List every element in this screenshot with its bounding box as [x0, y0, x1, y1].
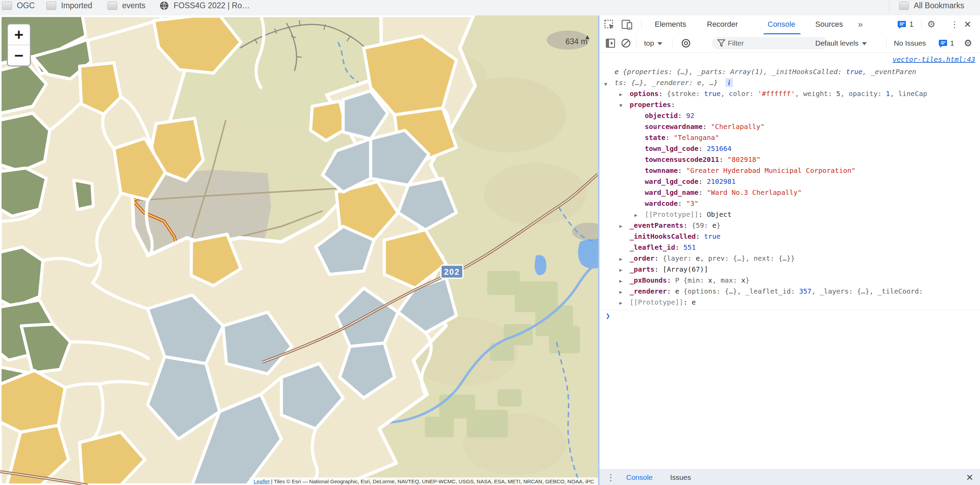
console-settings-gear-icon[interactable]: ⚙ [964, 34, 972, 52]
console-token: wardcode [645, 199, 678, 208]
toolbar-issues-count: 1 [950, 34, 954, 52]
elevation-label: 634 m [565, 37, 587, 46]
console-row: objectid: 92 [600, 110, 980, 121]
console-token: : [675, 243, 683, 251]
console-token: 92 [686, 111, 694, 120]
all-bookmarks-button[interactable]: All Bookmarks [899, 0, 964, 13]
console-token: {properties: {…}, _parts: Array(1), _ini… [623, 68, 846, 76]
console-token: : [667, 276, 675, 285]
drawer-tab-console[interactable]: Console [626, 469, 653, 485]
bookmarks-divider [889, 1, 889, 11]
info-icon[interactable]: i [725, 78, 733, 87]
inspect-element-icon[interactable] [604, 19, 615, 32]
console-token: , prev: {…}, next: {…}} [700, 254, 795, 262]
console-token: {59: [692, 221, 712, 229]
clear-console-icon[interactable] [621, 38, 631, 50]
console-row: _initHooksCalled: true [600, 231, 980, 242]
context-selector[interactable]: top [644, 34, 662, 52]
bookmark-item[interactable]: OGC [2, 0, 35, 13]
console-token: ward_lgd_code [645, 177, 698, 186]
leaflet-link[interactable]: Leaflet [254, 479, 270, 484]
expand-arrow-icon[interactable]: ▶ [619, 221, 622, 232]
console-log-area[interactable]: vector-tiles.html:43 ▼e {properties: {…}… [600, 52, 980, 469]
tab-recorder[interactable]: Recorder [707, 16, 738, 33]
console-token: : [667, 287, 675, 295]
leaflet-map[interactable]: 202 634 m + − Leaflet | Tiles © Esri — N… [0, 16, 598, 485]
console-row: ward_lgd_code: 2102981 [600, 176, 980, 187]
console-token: } [745, 276, 749, 285]
tab-console[interactable]: Console [768, 16, 795, 33]
issues-counter-icon[interactable] [939, 39, 948, 49]
source-location-link[interactable]: vector-tiles.html:43 [892, 55, 975, 64]
console-token: true [846, 68, 862, 76]
console-sidebar-icon[interactable] [606, 38, 616, 50]
settings-gear-icon[interactable]: ⚙ [927, 16, 935, 33]
highway-shield: 202 [441, 265, 463, 278]
console-token: 5 [836, 89, 840, 98]
expand-arrow-icon[interactable]: ▶ [619, 89, 622, 100]
device-toolbar-icon[interactable] [621, 19, 633, 32]
console-token: : [665, 134, 674, 142]
collapse-arrow-icon[interactable]: ▼ [619, 100, 622, 111]
console-row: towncensuscode2011: "802918" [600, 154, 980, 165]
zoom-in-button[interactable]: + [8, 24, 30, 45]
live-expression-eye-icon[interactable] [681, 38, 691, 49]
bookmarks-bar: OGC Imported events FOSS4G 2022 | Ro… Al… [0, 0, 980, 16]
pond [535, 255, 546, 275]
console-token: x [741, 276, 745, 285]
console-log-entry: vector-tiles.html:43 ▼e {properties: {…}… [600, 52, 980, 310]
drawer-menu-icon[interactable]: ⋮ [606, 469, 615, 485]
expand-arrow-icon[interactable]: ▶ [619, 286, 622, 297]
console-token: state [645, 134, 665, 142]
console-token: : [678, 199, 686, 208]
folder-icon [46, 2, 56, 10]
bookmark-label: Imported [61, 1, 92, 10]
console-token: towncensuscode2011 [645, 155, 719, 164]
console-token: {min: [684, 276, 708, 285]
tabbar-separator [641, 19, 642, 30]
toolbar-separator [886, 38, 887, 49]
console-row: ▼e {properties: {…}, _parts: Array(1), _… [600, 66, 919, 88]
bookmark-item[interactable]: Imported [46, 0, 92, 13]
prompt-chevron-icon: ❯ [606, 312, 610, 320]
console-row: ▶_parts: [Array(67)] [600, 264, 980, 275]
toolbar-separator [672, 38, 673, 49]
console-token: Object [707, 210, 732, 218]
bookmark-item[interactable]: events [107, 0, 145, 13]
expand-arrow-icon[interactable]: ▶ [619, 297, 622, 308]
expand-arrow-icon[interactable]: ▶ [635, 210, 637, 221]
console-token: , opacity: [840, 89, 886, 98]
zoom-out-button[interactable]: − [8, 45, 30, 65]
attribution-text: | Tiles © Esri — National Geographic, Es… [270, 479, 594, 484]
console-token: {layer: [663, 254, 695, 262]
issues-counter-icon[interactable] [897, 20, 907, 30]
console-token: : [719, 155, 727, 164]
bookmark-label: events [122, 1, 145, 10]
console-toolbar: top Default levels No Issues 1 ⚙ [600, 34, 980, 52]
close-drawer-icon[interactable]: ✕ [966, 469, 974, 485]
bookmark-item[interactable]: FOSS4G 2022 | Ro… [159, 0, 250, 13]
console-prompt[interactable]: ❯ [600, 310, 980, 322]
drawer-tab-issues[interactable]: Issues [670, 469, 691, 485]
console-token: "Cherlapally" [711, 122, 765, 131]
log-levels-dropdown[interactable]: Default levels [815, 34, 867, 52]
tab-elements[interactable]: Elements [655, 16, 686, 33]
more-tabs-icon[interactable]: » [858, 16, 863, 33]
expand-arrow-icon[interactable]: ▶ [619, 253, 622, 264]
folder-icon [899, 2, 909, 10]
tab-sources[interactable]: Sources [815, 16, 843, 33]
console-row: ▶_pxBounds: P {min: x, max: x} [600, 275, 980, 286]
console-token: [[Prototype]] [630, 298, 684, 306]
expand-arrow-icon[interactable]: ▶ [619, 264, 622, 275]
toolbar-separator [636, 38, 637, 49]
no-issues-label[interactable]: No Issues [894, 34, 926, 52]
console-token: _eventParents [630, 221, 684, 229]
console-token: , _layers: {…}, _tileCoord: [811, 287, 923, 295]
close-devtools-icon[interactable]: ✕ [964, 16, 971, 33]
expand-arrow-icon[interactable]: ▶ [619, 275, 622, 286]
tabbar-separator [921, 19, 922, 30]
console-token: x [708, 276, 712, 285]
devtools-menu-icon[interactable]: ⋮ [950, 16, 959, 33]
context-selector-label: top [644, 39, 654, 47]
filter-input[interactable] [712, 37, 827, 49]
